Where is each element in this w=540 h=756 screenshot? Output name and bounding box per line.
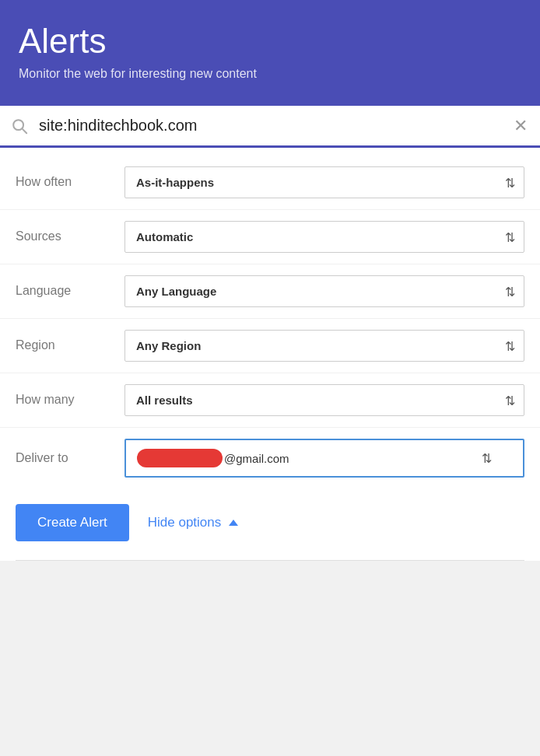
sources-select-wrapper: Automatic News Blogs Web Video Books Dis… <box>124 221 524 253</box>
how-many-row: How many All results Only the best resul… <box>0 373 540 428</box>
how-often-label: How often <box>16 174 124 191</box>
create-alert-button[interactable]: Create Alert <box>16 504 129 541</box>
search-icon <box>0 108 39 144</box>
how-often-select[interactable]: As-it-happens At most once a day At most… <box>124 166 524 198</box>
page-title: Alerts <box>19 22 521 61</box>
sources-row: Sources Automatic News Blogs Web Video B… <box>0 210 540 264</box>
deliver-to-label: Deliver to <box>16 450 124 467</box>
options-panel: How often As-it-happens At most once a d… <box>0 148 540 561</box>
bottom-divider <box>16 560 524 561</box>
arrow-up-icon <box>229 520 238 526</box>
svg-line-1 <box>23 129 26 133</box>
how-often-row: How often As-it-happens At most once a d… <box>0 156 540 210</box>
region-label: Region <box>16 338 124 354</box>
sources-select[interactable]: Automatic News Blogs Web Video Books Dis… <box>124 221 524 253</box>
deliver-to-select-wrapper: @gmail.com ⇅ <box>124 439 524 478</box>
region-select[interactable]: Any Region United States India United Ki… <box>124 330 524 362</box>
hide-options-label: Hide options <box>148 515 222 530</box>
how-many-select-wrapper: All results Only the best results ⇅ <box>124 384 524 416</box>
hide-options-button[interactable]: Hide options <box>148 515 239 530</box>
email-display: @gmail.com <box>137 449 289 467</box>
how-many-label: How many <box>16 392 124 408</box>
email-suffix: @gmail.com <box>224 452 289 465</box>
deliver-to-arrow-icon: ⇅ <box>482 451 492 466</box>
page-subtitle: Monitor the web for interesting new cont… <box>19 67 521 81</box>
search-query[interactable]: site:hinditechbook.com <box>39 106 501 145</box>
language-label: Language <box>16 283 124 299</box>
svg-point-0 <box>13 120 23 130</box>
deliver-to-email-box[interactable]: @gmail.com ⇅ <box>124 439 524 478</box>
how-many-select[interactable]: All results Only the best results <box>124 384 524 416</box>
search-bar: site:hinditechbook.com ✕ <box>0 106 540 148</box>
sources-label: Sources <box>16 229 124 245</box>
actions-row: Create Alert Hide options <box>0 488 540 560</box>
language-select-wrapper: Any Language English Hindi Spanish Frenc… <box>124 275 524 307</box>
language-row: Language Any Language English Hindi Span… <box>0 264 540 319</box>
clear-icon[interactable]: ✕ <box>501 107 540 145</box>
language-select[interactable]: Any Language English Hindi Spanish Frenc… <box>124 275 524 307</box>
redacted-email-part <box>137 449 223 467</box>
region-row: Region Any Region United States India Un… <box>0 319 540 373</box>
region-select-wrapper: Any Region United States India United Ki… <box>124 330 524 362</box>
header: Alerts Monitor the web for interesting n… <box>0 0 540 106</box>
deliver-to-row: Deliver to @gmail.com ⇅ <box>0 428 540 488</box>
how-often-select-wrapper: As-it-happens At most once a day At most… <box>124 166 524 198</box>
